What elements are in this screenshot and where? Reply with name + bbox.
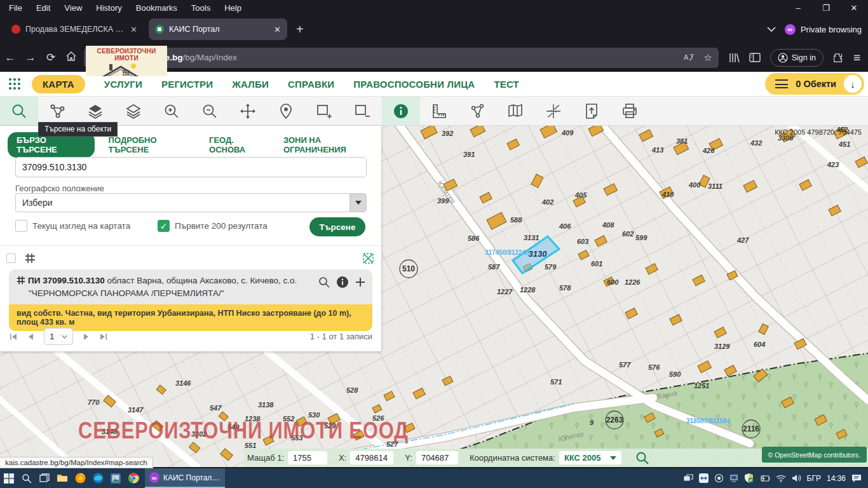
current-view-checkbox[interactable] (15, 220, 27, 232)
zoom-in-tool[interactable] (153, 97, 191, 125)
clock[interactable]: 14:36 (827, 474, 846, 483)
firefox-icon[interactable] (71, 468, 89, 488)
tab-listing[interactable]: Продава ЗЕМЕДЕЛСКА ЗЕМЯ в ✕ (5, 18, 144, 40)
objects-count-button[interactable]: 0 Обекти ↓ (765, 73, 864, 95)
next-page-button[interactable] (83, 333, 90, 341)
map-search-icon[interactable] (635, 451, 649, 465)
url-bar[interactable]: kais.cadastre.bg/bg/Map/Index A ☆ (84, 48, 719, 68)
last-page-button[interactable] (100, 333, 108, 341)
home-button[interactable] (61, 51, 81, 64)
tab-geodetic-base[interactable]: ГЕОД. ОСНОВА (209, 135, 269, 154)
tray-security-shield-icon[interactable] (744, 473, 754, 483)
task-view-button[interactable] (36, 468, 53, 488)
zoom-rect-out-tool[interactable] (343, 97, 381, 125)
menu-tools[interactable]: Tools (191, 3, 210, 13)
tray-wifi-icon[interactable] (776, 475, 786, 482)
search-input[interactable] (15, 157, 367, 177)
osm-attribution[interactable]: © OpenStreetMap contributors. (762, 447, 867, 463)
sign-in-button[interactable]: Sign in (770, 49, 824, 67)
list-tabs-chevron-icon[interactable] (767, 27, 776, 32)
zoom-to-result-icon[interactable] (318, 276, 330, 288)
reload-button[interactable]: ⟳ (41, 51, 61, 64)
tray-teamviewer-icon[interactable] (699, 473, 709, 483)
pan-tool[interactable] (229, 97, 267, 125)
apps-grid-icon[interactable] (8, 76, 23, 92)
search-button[interactable]: Търсене (309, 217, 365, 236)
menu-history[interactable]: History (96, 3, 121, 13)
window-minimize-button[interactable]: – (784, 3, 812, 13)
locate-tool[interactable] (267, 97, 305, 125)
tab-close-icon[interactable]: ✕ (274, 25, 281, 34)
result-info-icon[interactable] (336, 276, 349, 288)
taskbar-search-button[interactable] (18, 468, 36, 488)
tray-volume-icon[interactable] (792, 474, 801, 482)
tab-detailed-search[interactable]: ПОДРОБНО ТЪРСЕНЕ (109, 135, 195, 154)
select-all-checkbox[interactable] (6, 254, 16, 263)
coordinates-grid-tool[interactable] (534, 97, 573, 125)
notification-center-icon[interactable] (851, 474, 862, 483)
nav-item-spravki[interactable]: СПРАВКИ (288, 79, 334, 90)
new-tab-button[interactable]: + (296, 22, 304, 37)
nav-item-uslugi[interactable]: УСЛУГИ (104, 79, 142, 90)
tray-display-icon[interactable] (729, 474, 738, 482)
photos-app-icon[interactable] (107, 468, 125, 488)
chrome-icon[interactable] (125, 468, 142, 488)
back-button[interactable]: ← (0, 51, 20, 64)
tab-kais-portal[interactable]: КАИС Портал ✕ (149, 18, 287, 40)
forward-button[interactable]: → (20, 51, 41, 64)
tray-record-icon[interactable] (714, 473, 724, 483)
menu-view[interactable]: View (64, 3, 82, 13)
download-arrow-icon[interactable]: ↓ (844, 75, 862, 93)
selection-tool-icon[interactable] (363, 253, 374, 266)
crs-select[interactable]: ККС 2005 (559, 451, 621, 464)
bookmark-star-icon[interactable]: ☆ (703, 52, 712, 64)
search-objects-tool[interactable] (0, 97, 38, 125)
first200-checkbox[interactable]: ✓ (158, 220, 170, 232)
geo-position-select[interactable]: Избери (15, 193, 367, 212)
zoom-out-tool[interactable] (191, 97, 229, 125)
x-coordinate[interactable]: 4798614 (350, 451, 393, 464)
route-measure-tool[interactable] (38, 97, 76, 125)
first-page-button[interactable] (9, 333, 17, 341)
window-close-button[interactable]: ✕ (840, 3, 868, 13)
tray-windows-icon[interactable] (684, 474, 693, 482)
edge-icon[interactable] (89, 468, 107, 488)
zoom-rect-in-tool[interactable] (305, 97, 343, 125)
export-tool[interactable] (573, 97, 611, 125)
app-menu-icon[interactable]: ≡ (853, 51, 860, 65)
tab-close-icon[interactable]: ✕ (130, 25, 137, 34)
window-restore-button[interactable]: ❐ (812, 3, 840, 13)
nav-item-karta[interactable]: КАРТА (32, 75, 85, 93)
print-tool[interactable] (611, 97, 649, 125)
y-coordinate[interactable]: 704687 (416, 451, 458, 464)
info-tool[interactable] (382, 97, 420, 125)
nav-item-pravosposobni[interactable]: ПРАВОСПОСОБНИ ЛИЦА (353, 79, 475, 90)
sidebar-icon[interactable] (749, 53, 761, 62)
basemap-tool[interactable] (496, 97, 534, 125)
nav-item-test[interactable]: ТЕСТ (494, 79, 519, 90)
layers-visible-tool[interactable] (76, 97, 114, 125)
language-indicator[interactable]: БГР (807, 474, 821, 483)
menu-help[interactable]: Help (224, 3, 241, 13)
page-number-select[interactable]: 1 (44, 328, 73, 345)
add-result-icon[interactable] (355, 276, 366, 288)
result-item[interactable]: ПИ 37099.510.3130 област Варна, община А… (9, 269, 372, 331)
extensions-puzzle-icon[interactable] (833, 52, 844, 63)
tab-restriction-zones[interactable]: ЗОНИ НА ОГРАНИЧЕНИЯ (283, 135, 381, 154)
file-explorer-icon[interactable] (53, 468, 71, 488)
library-icon[interactable] (729, 53, 740, 63)
scale-input[interactable]: 1755 (288, 451, 327, 464)
layers-list-tool[interactable] (114, 97, 153, 125)
translate-icon[interactable]: A (684, 53, 695, 62)
polygon-select-tool[interactable] (458, 97, 496, 125)
active-window-button[interactable]: ∞ КАИС Портал — Mo... (145, 468, 225, 488)
measure-tool[interactable] (420, 97, 458, 125)
prev-page-button[interactable] (27, 333, 34, 341)
tray-power-icon[interactable] (759, 475, 770, 482)
select-dropdown-icon[interactable] (349, 194, 366, 212)
nav-item-zhalbi[interactable]: ЖАЛБИ (232, 79, 269, 90)
menu-bookmarks[interactable]: Bookmarks (136, 3, 177, 13)
start-button[interactable] (0, 468, 18, 488)
menu-file[interactable]: File (9, 3, 22, 13)
menu-edit[interactable]: Edit (36, 3, 50, 13)
